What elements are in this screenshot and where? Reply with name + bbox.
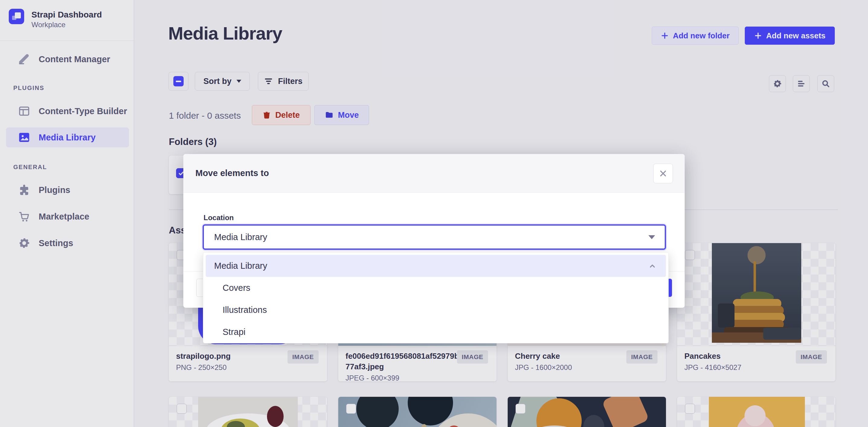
location-label: Location bbox=[204, 214, 234, 222]
modal-header: Move elements to bbox=[183, 154, 685, 193]
media-library-page: Strapi Dashboard Workplace Content Manag… bbox=[0, 0, 868, 427]
chevron-down-icon bbox=[648, 235, 655, 239]
chevron-up-icon bbox=[648, 262, 656, 270]
close-icon bbox=[659, 170, 667, 178]
location-select[interactable]: Media Library bbox=[203, 224, 666, 250]
location-dropdown: Media Library Covers Illustrations Strap… bbox=[203, 252, 669, 343]
dropdown-option-illustrations[interactable]: Illustrations bbox=[206, 299, 666, 321]
dropdown-option-covers[interactable]: Covers bbox=[206, 277, 666, 299]
location-select-value: Media Library bbox=[214, 232, 267, 242]
modal-title: Move elements to bbox=[195, 168, 269, 178]
dropdown-option-strapi[interactable]: Strapi bbox=[206, 321, 666, 343]
dropdown-option-media-library[interactable]: Media Library bbox=[206, 255, 666, 277]
modal-close-button[interactable] bbox=[653, 164, 673, 183]
